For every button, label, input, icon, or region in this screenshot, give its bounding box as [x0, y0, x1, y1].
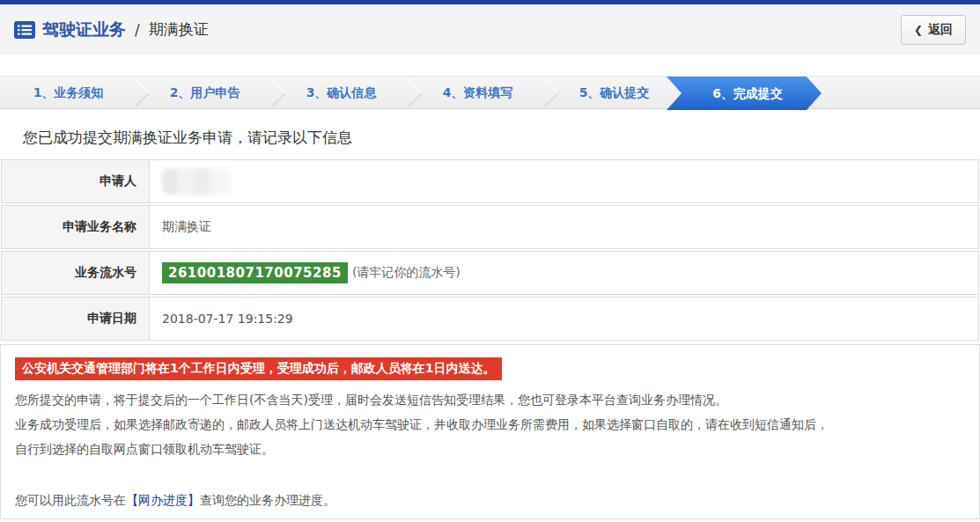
row-label: 申请日期 [2, 298, 150, 340]
wizard-step-nav: 1、业务须知 2、用户申告 3、确认信息 4、资料填写 5、确认提交 6、完成提… [0, 76, 980, 109]
serial-number-badge: 261001807170075285 [162, 262, 348, 283]
table-row-apply-date: 申请日期 2018-07-17 19:15:29 [1, 297, 979, 341]
step-6-complete-submit-active: 6、完成提交 [667, 77, 822, 110]
back-button[interactable]: ❮ 返回 [901, 15, 966, 45]
step-2-user-declaration: 2、用户申告 [136, 77, 273, 110]
row-value: 2018-07-17 19:15:29 [150, 298, 293, 340]
serial-number-note: (请牢记你的流水号) [352, 265, 461, 281]
breadcrumb: 驾驶证业务 / 期满换证 [14, 18, 209, 41]
row-label: 申请业务名称 [2, 206, 150, 248]
success-message: 您已成功提交期满换证业务申请，请记录以下信息 [23, 128, 980, 148]
notice-section: 公安机关交通管理部门将在1个工作日内受理，受理成功后，邮政人员将在1日内送达。 … [0, 344, 980, 519]
row-value: 261001807170075285 (请牢记你的流水号) [150, 252, 461, 294]
page-subtitle: 期满换证 [149, 19, 209, 40]
table-row-applicant: 申请人 [1, 159, 979, 203]
progress-hint: 您可以用此流水号在【网办进度】查询您的业务办理进度。 [15, 493, 965, 509]
list-icon [14, 21, 35, 39]
notice-paragraph: 业务成功受理后，如果选择邮政寄递的，邮政人员将上门送达机动车驾驶证，并收取办理业… [15, 412, 965, 437]
applicant-name-redacted [162, 168, 231, 195]
online-progress-link[interactable]: 【网办进度】 [126, 493, 200, 507]
progress-hint-suffix: 查询您的业务办理进度。 [200, 493, 335, 507]
notice-paragraph: 您所提交的申请，将于提交后的一个工作日(不含当天)受理，届时会发送短信告知受理结… [15, 387, 965, 412]
page-title: 驾驶证业务 [42, 18, 126, 41]
progress-hint-prefix: 您可以用此流水号在 [15, 493, 126, 507]
row-value: 期满换证 [150, 206, 211, 248]
breadcrumb-separator: / [135, 21, 140, 39]
step-5-confirm-submit: 5、确认提交 [546, 77, 682, 110]
processing-alert-badge: 公安机关交通管理部门将在1个工作日内受理，受理成功后，邮政人员将在1日内送达。 [15, 357, 502, 380]
chevron-left-icon: ❮ [914, 24, 923, 36]
back-button-label: 返回 [928, 22, 953, 38]
table-row-business-name: 申请业务名称 期满换证 [1, 205, 979, 249]
page-header: 驾驶证业务 / 期满换证 ❮ 返回 [0, 4, 980, 55]
step-4-fill-materials: 4、资料填写 [409, 77, 546, 110]
table-row-serial-number: 业务流水号 261001807170075285 (请牢记你的流水号) [1, 251, 979, 295]
notice-paragraph: 自行到选择的自取网点窗口领取机动车驾驶证。 [15, 437, 965, 461]
step-1-business-notice: 1、业务须知 [0, 77, 136, 110]
row-label: 申请人 [2, 160, 150, 202]
row-value [150, 160, 231, 202]
step-3-confirm-info: 3、确认信息 [273, 77, 409, 110]
result-info-table: 申请人 申请业务名称 期满换证 业务流水号 261001807170075285… [1, 159, 979, 341]
row-label: 业务流水号 [2, 252, 150, 294]
